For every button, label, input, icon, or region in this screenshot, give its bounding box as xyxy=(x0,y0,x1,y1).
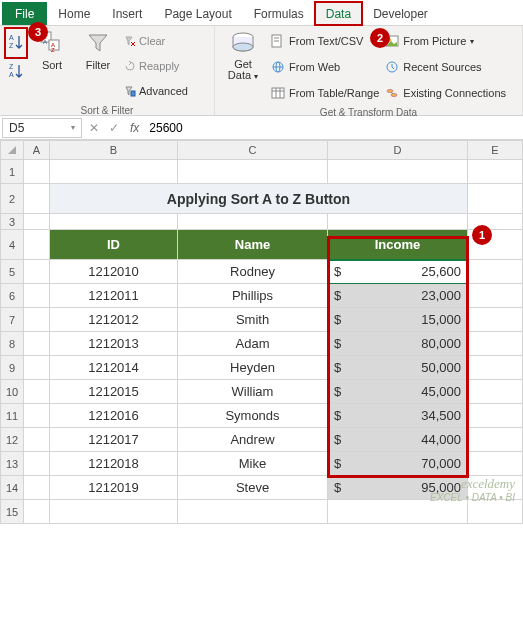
from-csv-button[interactable]: From Text/CSV xyxy=(271,29,379,53)
tab-formulas[interactable]: Formulas xyxy=(243,2,315,25)
select-all-corner[interactable] xyxy=(0,140,24,160)
tab-data[interactable]: Data xyxy=(315,2,362,25)
cell[interactable] xyxy=(24,260,50,284)
colhead-D[interactable]: D xyxy=(328,140,468,160)
cell-id[interactable]: 1212019 xyxy=(50,476,178,500)
cell[interactable] xyxy=(328,160,468,184)
tab-home[interactable]: Home xyxy=(47,2,101,25)
cell-name[interactable]: Adam xyxy=(178,332,328,356)
cell-id[interactable]: 1212010 xyxy=(50,260,178,284)
cell[interactable] xyxy=(468,356,523,380)
cell[interactable] xyxy=(50,214,178,230)
cell[interactable] xyxy=(468,332,523,356)
cancel-icon[interactable]: ✕ xyxy=(86,121,102,135)
rowhead[interactable]: 3 xyxy=(0,214,24,230)
tab-developer[interactable]: Developer xyxy=(362,2,439,25)
colhead-B[interactable]: B xyxy=(50,140,178,160)
cell-name[interactable]: Mike xyxy=(178,452,328,476)
cell[interactable] xyxy=(468,160,523,184)
colhead-E[interactable]: E xyxy=(468,140,523,160)
cell[interactable] xyxy=(468,500,523,524)
rowhead[interactable]: 6 xyxy=(0,284,24,308)
existing-conn-button[interactable]: Existing Connections xyxy=(385,81,506,105)
rowhead[interactable]: 5 xyxy=(0,260,24,284)
get-data-button[interactable]: Get Data ▾ xyxy=(221,29,265,81)
cell-name[interactable]: Steve xyxy=(178,476,328,500)
cell[interactable] xyxy=(24,476,50,500)
rowhead[interactable]: 9 xyxy=(0,356,24,380)
reapply-button[interactable]: Reapply xyxy=(124,54,188,78)
cell-income[interactable]: $25,600 xyxy=(328,260,468,284)
cell[interactable] xyxy=(24,356,50,380)
header-id[interactable]: ID xyxy=(50,230,178,260)
rowhead[interactable]: 1 xyxy=(0,160,24,184)
cell[interactable] xyxy=(178,160,328,184)
rowhead[interactable]: 15 xyxy=(0,500,24,524)
cell-income[interactable]: $50,000 xyxy=(328,356,468,380)
cell-id[interactable]: 1212017 xyxy=(50,428,178,452)
cell-income[interactable]: $23,000 xyxy=(328,284,468,308)
rowhead[interactable]: 12 xyxy=(0,428,24,452)
advanced-button[interactable]: Advanced xyxy=(124,79,188,103)
tab-page-layout[interactable]: Page Layout xyxy=(153,2,242,25)
cell[interactable] xyxy=(24,230,50,260)
cell-id[interactable]: 1212014 xyxy=(50,356,178,380)
rowhead[interactable]: 7 xyxy=(0,308,24,332)
colhead-C[interactable]: C xyxy=(178,140,328,160)
formula-input[interactable] xyxy=(147,119,521,137)
rowhead[interactable]: 13 xyxy=(0,452,24,476)
cell-income[interactable]: $34,500 xyxy=(328,404,468,428)
rowhead[interactable]: 8 xyxy=(0,332,24,356)
cell-income[interactable]: $80,000 xyxy=(328,332,468,356)
header-income[interactable]: Income xyxy=(328,230,468,260)
cell[interactable] xyxy=(178,214,328,230)
cell-id[interactable]: 1212013 xyxy=(50,332,178,356)
header-name[interactable]: Name xyxy=(178,230,328,260)
cell-id[interactable]: 1212018 xyxy=(50,452,178,476)
filter-button[interactable]: Filter xyxy=(78,29,118,71)
cell-name[interactable]: Symonds xyxy=(178,404,328,428)
cell[interactable] xyxy=(24,452,50,476)
cell[interactable] xyxy=(468,428,523,452)
cell-name[interactable]: Phillips xyxy=(178,284,328,308)
sort-desc-button[interactable]: ZA xyxy=(6,58,26,86)
cell[interactable] xyxy=(178,500,328,524)
title-cell[interactable]: Applying Sort A to Z Button xyxy=(50,184,468,214)
recent-sources-button[interactable]: Recent Sources xyxy=(385,55,506,79)
cell-income[interactable]: $15,000 xyxy=(328,308,468,332)
cell-id[interactable]: 1212016 xyxy=(50,404,178,428)
cell[interactable] xyxy=(468,404,523,428)
cell-income[interactable]: $95,000 xyxy=(328,476,468,500)
cell[interactable] xyxy=(50,500,178,524)
cell-income[interactable]: $70,000 xyxy=(328,452,468,476)
cell[interactable] xyxy=(468,380,523,404)
cell[interactable] xyxy=(50,160,178,184)
enter-icon[interactable]: ✓ xyxy=(106,121,122,135)
cell[interactable] xyxy=(468,260,523,284)
cell[interactable] xyxy=(328,214,468,230)
from-picture-button[interactable]: From Picture ▾ xyxy=(385,29,506,53)
clear-button[interactable]: Clear xyxy=(124,29,188,53)
cell[interactable] xyxy=(468,476,523,500)
tab-insert[interactable]: Insert xyxy=(101,2,153,25)
from-web-button[interactable]: From Web xyxy=(271,55,379,79)
cell-id[interactable]: 1212012 xyxy=(50,308,178,332)
cell[interactable] xyxy=(24,308,50,332)
cell[interactable] xyxy=(468,284,523,308)
cell-name[interactable]: Rodney xyxy=(178,260,328,284)
cell-income[interactable]: $44,000 xyxy=(328,428,468,452)
cell[interactable] xyxy=(468,452,523,476)
rowhead[interactable]: 11 xyxy=(0,404,24,428)
colhead-A[interactable]: A xyxy=(24,140,50,160)
cell[interactable] xyxy=(468,308,523,332)
sort-asc-button[interactable]: AZ xyxy=(6,29,26,57)
rowhead[interactable]: 2 xyxy=(0,184,24,214)
from-table-button[interactable]: From Table/Range xyxy=(271,81,379,105)
cell[interactable] xyxy=(328,500,468,524)
name-box[interactable]: D5▾ xyxy=(2,118,82,138)
cell[interactable] xyxy=(24,214,50,230)
cell-name[interactable]: Smith xyxy=(178,308,328,332)
cell-income[interactable]: $45,000 xyxy=(328,380,468,404)
cell[interactable] xyxy=(24,184,50,214)
rowhead[interactable]: 14 xyxy=(0,476,24,500)
